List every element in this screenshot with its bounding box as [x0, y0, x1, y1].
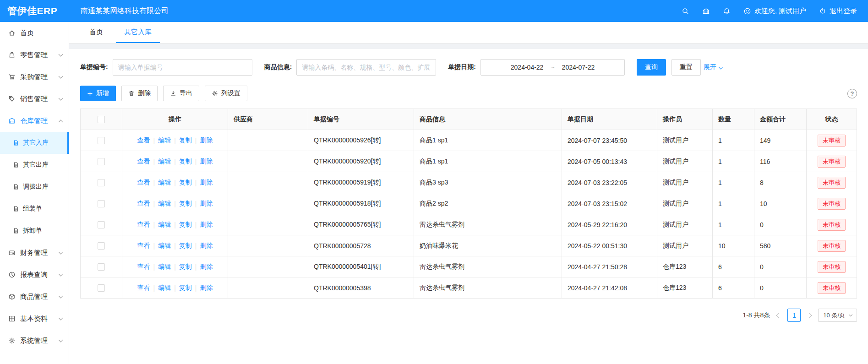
row-action-delete[interactable]: 删除 [200, 179, 213, 187]
cell-checkbox [81, 172, 122, 193]
sidebar-item-label: 系统管理 [20, 337, 48, 345]
row-action-edit[interactable]: 编辑 [158, 242, 171, 250]
expand-filters-link[interactable]: 展开 [704, 63, 722, 71]
sidebar-item-basic-data[interactable]: 基本资料 [0, 308, 69, 330]
row-action-delete[interactable]: 删除 [200, 263, 213, 271]
row-action-copy[interactable]: 复制 [179, 284, 192, 292]
cell-actions: 查看|编辑|复制|删除 [122, 235, 228, 256]
sidebar-item-retail[interactable]: 零售管理 [0, 44, 69, 66]
row-action-edit[interactable]: 编辑 [158, 200, 171, 208]
bell-icon[interactable] [723, 7, 731, 15]
row-action-view[interactable]: 查看 [137, 136, 150, 145]
row-checkbox[interactable] [98, 242, 105, 250]
row-checkbox[interactable] [98, 284, 105, 292]
date-from-value[interactable]: 2024-04-22 [511, 64, 544, 71]
reset-button[interactable]: 重置 [671, 59, 701, 76]
tab-home[interactable]: 首页 [81, 22, 111, 43]
page-number-button[interactable]: 1 [787, 309, 801, 322]
cell-quantity: 1 [713, 172, 754, 193]
column-header: 状态 [807, 109, 857, 130]
row-action-view[interactable]: 查看 [137, 158, 150, 166]
sidebar-item-warehouse[interactable]: 仓库管理 [0, 110, 69, 132]
row-action-copy[interactable]: 复制 [179, 136, 192, 145]
row-action-edit[interactable]: 编辑 [158, 284, 171, 292]
tab-other-inbound[interactable]: 其它入库 [116, 22, 160, 43]
next-page-icon[interactable] [806, 314, 813, 317]
row-action-copy[interactable]: 复制 [179, 221, 192, 229]
cell-supplier [228, 277, 308, 299]
cell-actions: 查看|编辑|复制|删除 [122, 214, 228, 235]
export-button[interactable]: 导出 [163, 86, 199, 101]
row-action-copy[interactable]: 复制 [179, 200, 192, 208]
select-all-checkbox[interactable] [98, 116, 105, 123]
add-button[interactable]: 新增 [80, 86, 116, 101]
sidebar-item-finance[interactable]: 财务管理 [0, 242, 69, 264]
cell-amount: 580 [754, 235, 807, 256]
row-checkbox[interactable] [98, 137, 105, 144]
welcome-user-button[interactable]: 欢迎您, 测试用户 [743, 7, 806, 16]
row-checkbox[interactable] [98, 200, 105, 207]
row-checkbox[interactable] [98, 221, 105, 228]
sidebar-item-product[interactable]: 商品管理 [0, 286, 69, 308]
search-icon[interactable] [682, 7, 689, 15]
help-icon[interactable]: ? [847, 89, 857, 98]
row-action-delete[interactable]: 删除 [200, 242, 213, 250]
row-action-delete[interactable]: 删除 [200, 284, 213, 292]
bank-icon[interactable] [702, 7, 710, 15]
logout-button[interactable]: 退出登录 [819, 7, 857, 16]
row-action-view[interactable]: 查看 [137, 284, 150, 292]
row-checkbox[interactable] [98, 263, 105, 271]
row-action-copy[interactable]: 复制 [179, 158, 192, 166]
sidebar-item-home[interactable]: 首页 [0, 22, 69, 44]
row-action-view[interactable]: 查看 [137, 200, 150, 208]
cell-product-info: 商品1 sp1 [414, 130, 562, 151]
row-action-view[interactable]: 查看 [137, 179, 150, 187]
column-settings-button[interactable]: 列设置 [205, 86, 247, 101]
sidebar-item-report[interactable]: 报表查询 [0, 264, 69, 286]
page-size-select[interactable]: 10 条/页 [818, 309, 857, 322]
sidebar-subitem-other-inbound[interactable]: 其它入库 [0, 132, 69, 154]
date-to-value[interactable]: 2024-07-22 [562, 64, 595, 71]
row-action-edit[interactable]: 编辑 [158, 179, 171, 187]
action-separator: | [174, 200, 176, 207]
sidebar-item-purchase[interactable]: 采购管理 [0, 66, 69, 88]
prev-page-icon[interactable] [775, 314, 782, 317]
row-action-view[interactable]: 查看 [137, 263, 150, 271]
cell-bill-no: QTRK00000005920[转] [308, 151, 414, 172]
row-action-delete[interactable]: 删除 [200, 136, 213, 145]
cell-quantity: 10 [713, 235, 754, 256]
row-action-edit[interactable]: 编辑 [158, 136, 171, 145]
sidebar-subitem-assembly-order[interactable]: 组装单 [0, 198, 69, 220]
search-button[interactable]: 查询 [637, 59, 666, 76]
row-action-copy[interactable]: 复制 [179, 242, 192, 250]
product-info-input[interactable] [296, 59, 436, 76]
row-checkbox[interactable] [98, 158, 105, 165]
row-action-delete[interactable]: 删除 [200, 158, 213, 166]
delete-button[interactable]: 删除 [121, 86, 158, 101]
sidebar-subitem-disassembly-order[interactable]: 拆卸单 [0, 220, 69, 242]
action-separator: | [174, 179, 176, 186]
row-action-view[interactable]: 查看 [137, 242, 150, 250]
row-action-copy[interactable]: 复制 [179, 263, 192, 271]
cell-actions: 查看|编辑|复制|删除 [122, 151, 228, 172]
sidebar-subitem-other-outbound[interactable]: 其它出库 [0, 154, 69, 176]
date-range-picker[interactable]: 2024-04-22 ~ 2024-07-22 [480, 59, 625, 76]
table-row: 查看|编辑|复制|删除QTRK00000005728奶油味爆米花2024-05-… [81, 235, 857, 256]
row-action-edit[interactable]: 编辑 [158, 158, 171, 166]
sidebar-subitem-transfer-outbound[interactable]: 调拨出库 [0, 176, 69, 198]
row-action-delete[interactable]: 删除 [200, 221, 213, 229]
user-smile-icon [743, 7, 751, 15]
cell-amount: 0 [754, 214, 807, 235]
status-badge: 未审核 [818, 198, 846, 210]
row-action-copy[interactable]: 复制 [179, 179, 192, 187]
sidebar-item-label: 零售管理 [20, 51, 48, 60]
row-action-view[interactable]: 查看 [137, 221, 150, 229]
sidebar-item-system[interactable]: 系统管理 [0, 330, 69, 352]
row-checkbox[interactable] [98, 179, 105, 186]
gear-icon [212, 90, 218, 97]
row-action-edit[interactable]: 编辑 [158, 221, 171, 229]
row-action-edit[interactable]: 编辑 [158, 263, 171, 271]
sidebar-item-sales[interactable]: 销售管理 [0, 88, 69, 110]
row-action-delete[interactable]: 删除 [200, 200, 213, 208]
bill-no-input[interactable] [113, 59, 252, 76]
